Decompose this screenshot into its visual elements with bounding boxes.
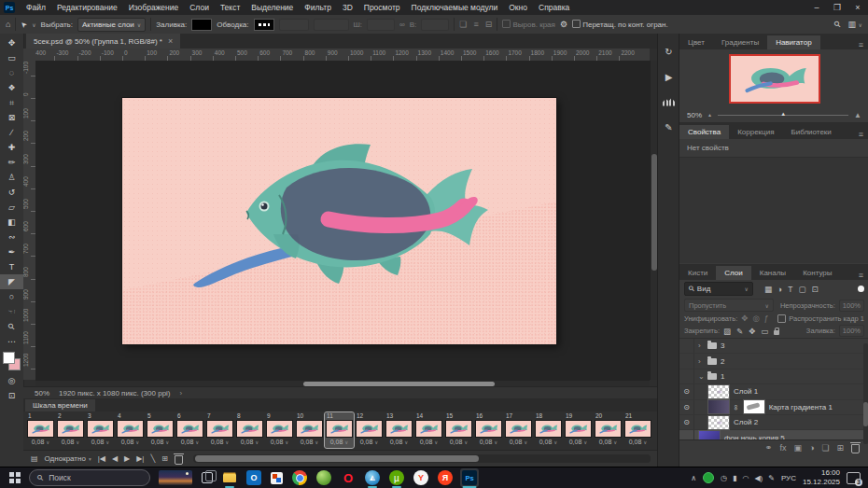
lasso-tool[interactable]: ◌: [0, 65, 23, 80]
menu-item[interactable]: Изображение: [123, 0, 185, 15]
navigator-zoom-slider[interactable]: ▲: [718, 115, 848, 116]
checkbox-icon[interactable]: [777, 314, 786, 323]
menu-item[interactable]: Слои: [184, 0, 215, 15]
workspace-switcher-icon[interactable]: ▥ ∨: [848, 20, 862, 29]
navigator-proxy-view[interactable]: [729, 54, 820, 104]
pen-icon[interactable]: ✎: [768, 474, 775, 482]
arrange-icon[interactable]: ⊟: [485, 20, 493, 29]
crop-tool[interactable]: ⌗: [0, 95, 23, 110]
frame-duration[interactable]: 0,08∨: [295, 438, 324, 447]
menu-item[interactable]: Файл: [21, 0, 51, 15]
layer-row[interactable]: фон ночь копия 5: [679, 430, 868, 439]
gradient-tool[interactable]: ◧: [0, 215, 23, 230]
smudge-tool[interactable]: ∾: [0, 230, 23, 244]
clone-stamp-tool[interactable]: ♙: [0, 170, 23, 185]
zoom-in-icon[interactable]: ▲: [854, 111, 861, 119]
link-layers-button[interactable]: ⚭: [765, 443, 773, 453]
visibility-toggle[interactable]: ⊙: [679, 384, 694, 398]
animation-frame[interactable]: 11 0,08∨: [325, 412, 354, 448]
first-frame-button[interactable]: |◀: [98, 454, 105, 463]
checkbox-icon[interactable]: [572, 20, 581, 28]
select-mode-dropdown[interactable]: Активные слои ∨: [77, 18, 146, 32]
language-indicator[interactable]: РУС: [781, 474, 796, 482]
start-button[interactable]: [9, 472, 14, 477]
zoom-out-icon[interactable]: ▲: [707, 112, 712, 118]
clock-icon[interactable]: ◷: [721, 474, 727, 482]
menu-item[interactable]: Справка: [533, 0, 575, 15]
filter-shape-layers-icon[interactable]: ▢: [798, 285, 805, 294]
layers-scrollbar[interactable]: [863, 343, 868, 444]
stroke-width-field[interactable]: [279, 19, 309, 31]
task-view-button[interactable]: [200, 470, 215, 485]
menu-item[interactable]: Текст: [215, 0, 245, 15]
animation-frame[interactable]: 8 0,08∨: [235, 412, 264, 448]
histogram-panel-button[interactable]: [660, 93, 679, 110]
filter-smart-objects-icon[interactable]: ⊡: [811, 285, 818, 294]
tween-button[interactable]: ╲: [150, 454, 155, 463]
close-button[interactable]: ×: [847, 1, 868, 15]
menu-item[interactable]: 3D: [337, 0, 358, 15]
lock-position-icon[interactable]: ✥: [749, 327, 755, 336]
frame-duration[interactable]: 0,08∨: [265, 438, 294, 447]
widgets-button[interactable]: [157, 468, 194, 487]
navigator-tab[interactable]: Градиенты: [713, 35, 767, 49]
chevron-down-icon[interactable]: ∨: [32, 21, 35, 28]
quick-mask-button[interactable]: ◎: [0, 373, 23, 388]
checkbox-icon[interactable]: [502, 20, 511, 28]
layer-row[interactable]: ›2: [679, 354, 868, 369]
animation-frame[interactable]: 12 0,08∨: [355, 412, 384, 448]
color-swatches[interactable]: [0, 351, 23, 373]
menu-item[interactable]: Окно: [503, 0, 533, 15]
frame-tool[interactable]: ⊠: [0, 110, 23, 125]
filter-type-layers-icon[interactable]: T: [788, 285, 792, 294]
panel-menu-icon[interactable]: ≡: [859, 40, 868, 49]
previous-frame-button[interactable]: ◀: [112, 454, 118, 463]
frame-duration[interactable]: 0,08∨: [26, 438, 55, 447]
lock-all-icon[interactable]: [774, 330, 779, 335]
chevron-right-icon[interactable]: ›: [698, 357, 704, 366]
fill-field[interactable]: 100%: [839, 325, 864, 337]
delete-layer-button[interactable]: [851, 444, 860, 453]
filter-adjustment-layers-icon[interactable]: ◑: [777, 285, 782, 294]
move-tool-icon[interactable]: ➤: [19, 19, 29, 29]
animation-frame[interactable]: 15 0,08∨: [444, 412, 473, 448]
chevron-right-icon[interactable]: ›: [698, 342, 704, 350]
next-frame-button[interactable]: ▶|: [136, 454, 144, 463]
frame-duration[interactable]: 0,08∨: [86, 438, 115, 447]
sphere-app-button[interactable]: [315, 468, 333, 487]
adjustment-layer-button[interactable]: ◑: [809, 443, 814, 453]
yandex-button[interactable]: Я: [436, 468, 455, 487]
notification-center-button[interactable]: 3: [847, 472, 861, 484]
align-icon[interactable]: ≡: [473, 20, 478, 29]
restore-button[interactable]: ❐: [827, 1, 847, 15]
visibility-toggle[interactable]: [679, 339, 694, 353]
opacity-field[interactable]: 100%: [839, 300, 864, 312]
frame-duration[interactable]: 0,08∨: [474, 438, 503, 447]
stroke-swatch[interactable]: [254, 19, 274, 31]
frame-duration[interactable]: 0,08∨: [534, 438, 563, 447]
layers-scroll-thumb[interactable]: [863, 402, 868, 426]
lock-artboard-icon[interactable]: ▭: [761, 327, 768, 336]
panel-menu-icon[interactable]: ≡: [859, 130, 868, 139]
screen-mode-button[interactable]: ⊡: [0, 388, 23, 403]
chrome-button[interactable]: [290, 468, 309, 487]
frame-duration[interactable]: 0,08∨: [56, 438, 85, 447]
visibility-toggle[interactable]: ⊙: [679, 415, 694, 429]
volume-icon[interactable]: ◀): [754, 474, 763, 482]
frame-duration[interactable]: 0,08∨: [235, 438, 264, 447]
brush-settings-panel-button[interactable]: ✎: [660, 119, 679, 135]
more-tools[interactable]: ⋯: [0, 334, 23, 349]
layers-tab[interactable]: Каналы: [751, 266, 794, 280]
stroke-style-dropdown[interactable]: [314, 19, 349, 31]
frame-duration[interactable]: 0,08∨: [594, 438, 623, 447]
home-icon[interactable]: ⌂: [6, 20, 10, 29]
chevron-expanded-icon[interactable]: ⌄: [698, 372, 704, 381]
panel-menu-icon[interactable]: ≡: [859, 271, 868, 280]
eyedropper-tool[interactable]: ∕: [0, 125, 23, 140]
layer-row[interactable]: ⊙Слой 2: [679, 415, 868, 430]
tray-app-icon[interactable]: [703, 472, 714, 483]
frame-duration[interactable]: 0,08∨: [414, 438, 443, 447]
animation-frame[interactable]: 3 0,08∨: [86, 412, 115, 448]
pen-tool[interactable]: ✒: [0, 244, 23, 259]
outlook-button[interactable]: O: [245, 468, 263, 487]
